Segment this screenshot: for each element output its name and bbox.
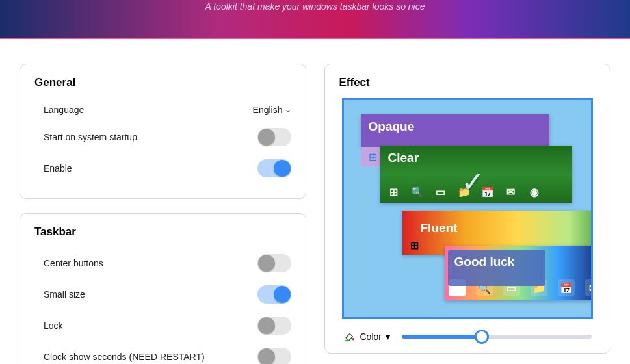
banner-tagline: A toolkit that make your windows taskbar… [205,1,425,12]
toggle-knob [274,160,291,177]
toggle-knob [258,317,275,334]
toggle-knob [274,286,291,303]
mail-icon: ✉ [504,185,518,199]
center-buttons-toggle[interactable] [257,254,291,272]
taskbar-title: Taskbar [34,226,291,239]
selected-check-icon: ✓ [461,165,485,198]
paint-bucket-icon [343,331,356,343]
windows-icon: ⊞ [387,185,401,199]
color-row: Color ▾ [339,331,596,343]
general-card: General Language English ⌄ Start on syst… [20,64,306,199]
toggle-knob [258,129,275,146]
windows-icon: ⊞ [366,150,380,164]
lock-label: Lock [44,320,63,331]
opacity-slider[interactable] [402,335,592,339]
enable-row: Enable [34,153,291,184]
goodluck-label: Good luck [448,250,545,286]
enable-label: Enable [44,163,72,174]
small-label: Small size [44,289,85,300]
lock-row: Lock [34,310,291,341]
toggle-knob [258,255,275,272]
color-picker[interactable]: Color ▾ [343,331,390,343]
language-value: English [253,105,283,115]
main-content: General Language English ⌄ Start on syst… [0,39,630,364]
clockseconds-label: Clock show seconds (NEED RESTART) [44,352,205,362]
general-title: General [34,76,291,89]
effect-card: Effect Opaque ⊞ Clear ⊞ 🔍 ▭ 📁 📅 [324,64,611,354]
language-row: Language English ⌄ [34,98,291,122]
small-row: Small size [34,279,291,310]
slider-fill [402,335,482,339]
lock-toggle[interactable] [257,317,291,335]
left-column: General Language English ⌄ Start on syst… [20,64,306,364]
clock-seconds-toggle[interactable] [257,348,291,364]
taskview-icon: ▭ [434,185,448,199]
effect-option-opaque[interactable]: Opaque [361,114,549,147]
toggle-knob [258,348,275,364]
mail-icon: ✉ [585,280,594,296]
windows-icon: ⊞ [408,238,422,252]
startup-row: Start on system startup [34,122,291,153]
enable-toggle[interactable] [257,159,291,177]
small-size-toggle[interactable] [257,285,291,304]
center-label: Center buttons [44,258,103,268]
color-label: Color [360,332,382,342]
center-row: Center buttons [34,248,291,279]
calendar-icon: 📅 [558,280,575,296]
language-label: Language [44,105,84,115]
right-column: Effect Opaque ⊞ Clear ⊞ 🔍 ▭ 📁 📅 [324,64,611,364]
effect-title: Effect [339,76,596,89]
taskbar-card: Taskbar Center buttons Small size Lock C… [20,213,306,364]
opaque-label: Opaque [369,120,415,133]
startup-label: Start on system startup [44,132,137,142]
edge-icon: ◉ [527,185,542,199]
search-icon: 🔍 [410,185,425,199]
fluent-label: Fluent [421,221,551,235]
startup-toggle[interactable] [257,128,291,146]
clockseconds-row: Clock show seconds (NEED RESTART) [34,341,291,364]
dropdown-caret-icon: ▾ [386,332,390,342]
chevron-down-icon: ⌄ [285,105,291,114]
svg-point-0 [352,338,354,340]
app-banner: A toolkit that make your windows taskbar… [0,0,630,39]
language-select[interactable]: English ⌄ [253,105,291,115]
slider-thumb[interactable] [475,330,489,344]
effect-preview: Opaque ⊞ Clear ⊞ 🔍 ▭ 📁 📅 ✉ ◉ [342,98,594,319]
